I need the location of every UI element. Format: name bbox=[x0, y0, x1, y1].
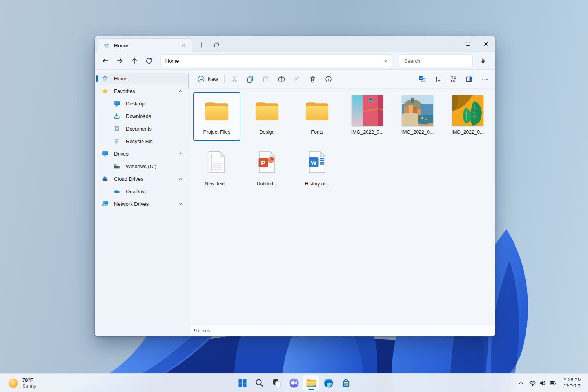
word-file-icon: W bbox=[308, 144, 326, 180]
file-name: Design bbox=[260, 129, 275, 135]
chevron-up-icon[interactable] bbox=[178, 176, 183, 181]
sidebar-item-downloads[interactable]: Downloads bbox=[96, 111, 187, 122]
running-indicator bbox=[308, 389, 314, 390]
select-all-button[interactable] bbox=[416, 73, 428, 85]
copy-button[interactable] bbox=[244, 73, 256, 85]
clock-time: 9:28 AM bbox=[563, 377, 582, 383]
sidebar-item-cloud-drives[interactable]: Cloud Drives bbox=[96, 173, 187, 184]
minimize-button[interactable] bbox=[441, 36, 459, 52]
toolbar-separator bbox=[224, 75, 225, 83]
start-button[interactable] bbox=[234, 375, 250, 391]
file-tile-img-3[interactable]: IMG_2022_0... bbox=[444, 92, 491, 141]
tab-close-icon[interactable] bbox=[180, 41, 188, 50]
clock-date: 7/5/2022 bbox=[563, 383, 582, 389]
folder-icon bbox=[304, 93, 330, 129]
up-icon bbox=[131, 57, 138, 64]
folder-icon bbox=[254, 93, 280, 129]
chevron-down-icon[interactable] bbox=[178, 201, 183, 207]
file-tile-design[interactable]: Design bbox=[243, 92, 290, 141]
preview-pane-button[interactable] bbox=[463, 73, 475, 85]
tab-overview-icon[interactable] bbox=[211, 40, 222, 51]
search-box[interactable] bbox=[399, 54, 473, 67]
back-button[interactable] bbox=[99, 54, 112, 67]
maximize-icon bbox=[466, 42, 470, 46]
star-icon bbox=[101, 87, 109, 95]
new-button[interactable]: New bbox=[196, 73, 222, 85]
cut-icon bbox=[230, 75, 238, 83]
sidebar-item-windows-c[interactable]: Windows (C:) bbox=[96, 161, 187, 172]
sidebar-item-home[interactable]: Home bbox=[96, 73, 187, 84]
file-explorer-button[interactable] bbox=[303, 375, 319, 391]
view-button[interactable] bbox=[447, 73, 460, 85]
info-button[interactable] bbox=[322, 73, 335, 85]
up-button[interactable] bbox=[128, 54, 141, 67]
delete-button[interactable] bbox=[307, 73, 319, 85]
chat-button[interactable] bbox=[286, 375, 302, 391]
powerpoint-file-icon: P bbox=[258, 144, 276, 180]
refresh-button[interactable] bbox=[143, 54, 156, 67]
tab-home[interactable]: Home bbox=[98, 39, 192, 52]
paste-icon bbox=[262, 75, 270, 83]
sidebar-item-recycle-bin[interactable]: Recycle Bin bbox=[96, 136, 187, 147]
forward-button[interactable] bbox=[113, 54, 126, 67]
sort-button[interactable] bbox=[432, 73, 444, 85]
new-tab-icon[interactable] bbox=[196, 40, 207, 51]
file-name: Fonts bbox=[311, 129, 323, 135]
share-button[interactable] bbox=[291, 73, 303, 85]
taskbar-icons bbox=[234, 375, 354, 391]
widgets-button[interactable]: 78°F Sunny bbox=[4, 375, 40, 391]
file-explorer-icon bbox=[306, 378, 317, 388]
file-tile-new-text[interactable]: New Text... bbox=[193, 143, 240, 193]
file-name: History of... bbox=[305, 181, 329, 187]
sidebar-scrollbar[interactable] bbox=[188, 74, 189, 89]
sidebar-item-label: Downloads bbox=[126, 113, 151, 119]
sidebar-item-label: Home bbox=[114, 76, 128, 82]
file-name: IMG_2022_0... bbox=[452, 129, 484, 135]
sidebar-item-label: Recycle Bin bbox=[126, 138, 153, 144]
documents-icon bbox=[113, 125, 121, 132]
sidebar-item-desktop[interactable]: Desktop bbox=[96, 98, 187, 109]
clock-button[interactable]: 9:28 AM 7/5/2022 bbox=[559, 377, 585, 389]
recycle-bin-icon bbox=[113, 137, 121, 145]
close-button[interactable] bbox=[477, 36, 495, 52]
file-name: IMG_2022_0... bbox=[401, 129, 434, 135]
file-tile-untitled-ppt[interactable]: P Untitled... bbox=[243, 143, 290, 193]
edge-button[interactable] bbox=[321, 375, 336, 391]
minimize-icon bbox=[448, 44, 452, 44]
paste-button[interactable] bbox=[260, 73, 272, 85]
search-input[interactable] bbox=[401, 58, 473, 64]
taskbar-search-button[interactable] bbox=[252, 375, 267, 391]
file-tile-project-files[interactable]: Project Files bbox=[193, 92, 240, 141]
sidebar-item-onedrive[interactable]: OneDrive bbox=[96, 186, 187, 197]
info-icon bbox=[325, 75, 332, 83]
svg-text:P: P bbox=[261, 160, 265, 167]
tray-chevron-button[interactable] bbox=[516, 377, 526, 389]
chevron-up-icon[interactable] bbox=[178, 88, 183, 94]
sidebar-item-documents[interactable]: Documents bbox=[96, 123, 187, 134]
chevron-down-icon[interactable] bbox=[383, 58, 388, 64]
cloud-drives-icon bbox=[101, 175, 109, 183]
sidebar-item-favorites[interactable]: Favorites bbox=[96, 85, 187, 96]
downloads-icon bbox=[113, 112, 121, 120]
more-button[interactable] bbox=[479, 73, 491, 85]
rename-button[interactable] bbox=[275, 73, 288, 85]
maximize-button[interactable] bbox=[459, 36, 477, 52]
tab-title: Home bbox=[114, 43, 176, 49]
settings-button[interactable] bbox=[477, 54, 490, 67]
file-tile-history-doc[interactable]: W History of... bbox=[294, 143, 341, 193]
command-toolbar: New bbox=[190, 70, 495, 89]
network-volume-battery-button[interactable] bbox=[527, 377, 559, 389]
file-name: New Text... bbox=[205, 181, 229, 187]
sidebar-item-network-drives[interactable]: Network Drives bbox=[96, 198, 187, 209]
cut-button[interactable] bbox=[228, 73, 241, 85]
store-button[interactable] bbox=[338, 375, 354, 391]
sidebar-item-drives[interactable]: Drives bbox=[96, 148, 187, 159]
address-bar[interactable]: Home bbox=[160, 54, 392, 67]
file-tile-img-1[interactable]: IMG_2022_0... bbox=[344, 92, 391, 141]
chevron-up-icon[interactable] bbox=[178, 151, 183, 156]
file-tile-fonts[interactable]: Fonts bbox=[294, 92, 341, 141]
clock-text: 9:28 AM 7/5/2022 bbox=[563, 377, 582, 389]
view-controls bbox=[414, 73, 493, 85]
file-tile-img-2[interactable]: IMG_2022_0... bbox=[394, 92, 441, 141]
task-view-button[interactable] bbox=[269, 375, 285, 391]
